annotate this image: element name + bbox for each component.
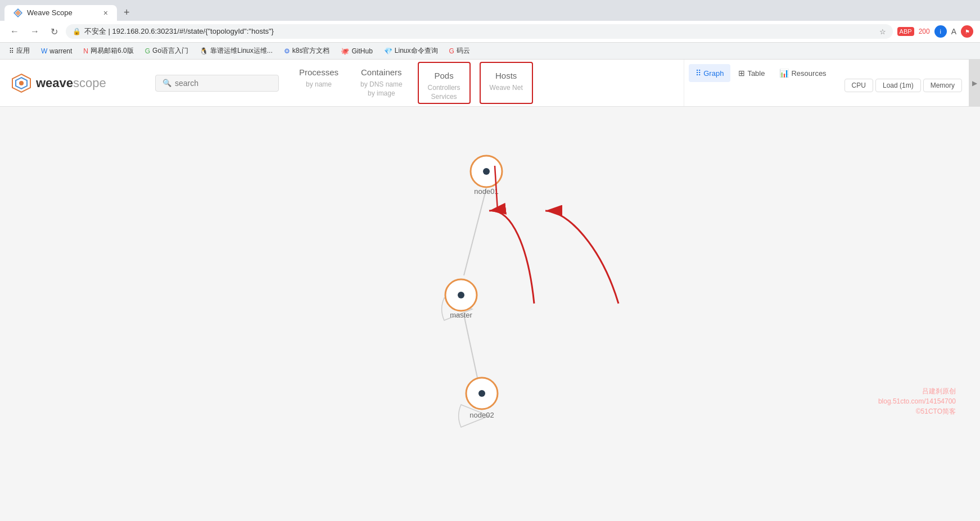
ext-200-btn[interactable]: 200 (916, 25, 932, 38)
nav-pods[interactable]: Pods Controllers Services (418, 62, 471, 104)
back-btn[interactable]: ← (7, 25, 22, 38)
active-tab[interactable]: Weave Scope × (4, 5, 117, 21)
svg-point-12 (478, 390, 485, 397)
svg-point-6 (483, 168, 490, 175)
address-bar-row: ← → ↻ 🔒 不安全 | 192.168.20.6:30231/#!/stat… (0, 21, 980, 43)
resources-view-btn[interactable]: 📊 Resources (773, 64, 833, 82)
svg-text:blog.51cto.com/14154700: blog.51cto.com/14154700 (878, 397, 956, 405)
bookmark-warrent[interactable]: W warrent (39, 46, 74, 56)
ext-translate-btn[interactable]: A (949, 25, 959, 38)
containers-sub-dns[interactable]: by DNS name (360, 80, 403, 88)
table-icon: ⊞ (738, 69, 745, 78)
163-icon: N (83, 47, 88, 55)
main-graph-area: node01 master node02 (0, 107, 980, 433)
svg-text:node01: node01 (474, 187, 498, 196)
containers-label: Containers (356, 60, 407, 80)
svg-text:node02: node02 (469, 411, 494, 419)
svg-line-3 (464, 188, 486, 275)
chevron-right-icon: ▶ (972, 79, 977, 87)
new-tab-btn[interactable]: + (119, 4, 134, 21)
logo-weave: weave (36, 76, 73, 90)
linux-ops-icon: 🐧 (200, 47, 208, 55)
forward-btn[interactable]: → (27, 25, 43, 38)
processes-sub-byname[interactable]: by name (306, 80, 332, 88)
github-icon: 🐙 (341, 47, 349, 55)
bookmark-linux-cmd-label: Linux命令查询 (395, 46, 438, 56)
logo-text: weavescope (36, 76, 106, 90)
bookmark-163-label: 网易邮箱6.0版 (91, 46, 134, 56)
bookmark-go[interactable]: G Go语言入门 (143, 45, 191, 57)
graph-label: Graph (703, 69, 724, 78)
bookmark-linux-cmd[interactable]: 💎 Linux命令查询 (382, 45, 440, 57)
bookmark-apps-label: 应用 (16, 46, 30, 56)
bookmark-163[interactable]: N 网易邮箱6.0版 (81, 45, 136, 57)
graph-icon: ⠿ (696, 69, 701, 78)
k8s-icon: ⚙ (284, 47, 290, 55)
bookmark-linux-ops[interactable]: 🐧 靠谱运维Linux运维... (197, 45, 275, 57)
processes-label: Processes (295, 60, 343, 80)
bookmark-github[interactable]: 🐙 GitHub (338, 46, 374, 56)
top-nav: weavescope 🔍 Processes by name Container… (0, 60, 980, 107)
bookmark-github-label: GitHub (351, 47, 372, 55)
resources-label: Resources (791, 69, 826, 78)
bookmark-gitee[interactable]: G 码云 (447, 45, 472, 57)
gitee-icon: G (449, 47, 454, 55)
search-input[interactable] (175, 79, 265, 88)
go-icon: G (145, 47, 150, 55)
app-content: weavescope 🔍 Processes by name Container… (0, 60, 980, 433)
pods-sub-services[interactable]: Services (431, 93, 457, 101)
logo-area: weavescope (0, 60, 146, 106)
tab-bar: Weave Scope × + (0, 0, 980, 21)
pods-subs: Controllers Services (428, 84, 460, 101)
sidebar-toggle-btn[interactable]: ▶ (969, 60, 980, 106)
nav-processes[interactable]: Processes by name (288, 60, 350, 106)
ext-btn2[interactable]: i (934, 25, 947, 38)
nav-hosts[interactable]: Hosts Weave Net (480, 62, 533, 104)
view-mode-buttons: ⠿ Graph ⊞ Table 📊 Resources (684, 60, 837, 106)
bookmark-star-icon[interactable]: ☆ (879, 28, 886, 36)
weave-logo-icon (11, 73, 31, 93)
apps-icon: ⠿ (9, 47, 14, 55)
tab-close-btn[interactable]: × (103, 8, 108, 17)
table-view-btn[interactable]: ⊞ Table (731, 64, 771, 82)
warrent-icon: W (41, 47, 47, 55)
bookmark-k8s[interactable]: ⚙ k8s官方文档 (282, 45, 332, 57)
bookmark-k8s-label: k8s官方文档 (292, 46, 330, 56)
bookmark-gitee-label: 码云 (457, 46, 470, 56)
ext-abp-btn[interactable]: ABP (897, 27, 914, 36)
search-box[interactable]: 🔍 (155, 75, 279, 92)
graph-svg: node01 master node02 (0, 107, 980, 433)
svg-point-9 (458, 292, 464, 298)
search-icon: 🔍 (162, 79, 171, 87)
address-box[interactable]: 🔒 不安全 | 192.168.20.6:30231/#!/state/{"to… (66, 24, 893, 39)
linux-cmd-icon: 💎 (384, 47, 392, 55)
bookmark-warrent-label: warrent (49, 47, 72, 55)
graph-view-btn[interactable]: ⠿ Graph (689, 64, 730, 82)
logo-scope: scope (73, 76, 106, 90)
load-filter-btn[interactable]: Load (1m) (875, 79, 921, 92)
pods-sub-controllers[interactable]: Controllers (428, 84, 460, 92)
svg-text:©51CTO简客: ©51CTO简客 (916, 407, 956, 415)
profile-btn[interactable]: ⚑ (961, 25, 973, 38)
hosts-label: Hosts (491, 65, 521, 84)
containers-subs: by DNS name by image (360, 80, 403, 97)
bookmarks-bar: ⠿ 应用 W warrent N 网易邮箱6.0版 G Go语言入门 🐧 靠谱运… (0, 43, 980, 60)
browser-actions: ABP 200 i A ⚑ (897, 25, 973, 38)
cpu-filter-btn[interactable]: CPU (844, 79, 873, 92)
nav-sections: Processes by name Containers by DNS name… (288, 60, 684, 106)
bookmark-apps[interactable]: ⠿ 应用 (7, 45, 32, 57)
resources-icon: 📊 (779, 69, 789, 78)
url-display: 不安全 | 192.168.20.6:30231/#!/state/{"topo… (84, 26, 876, 37)
refresh-btn[interactable]: ↻ (47, 25, 61, 38)
nav-containers[interactable]: Containers by DNS name by image (350, 60, 413, 106)
containers-sub-image[interactable]: by image (368, 89, 395, 97)
tab-favicon (13, 8, 22, 17)
bookmark-linux-ops-label: 靠谱运维Linux运维... (210, 46, 273, 56)
svg-text:master: master (450, 311, 472, 319)
svg-text:吕建刹原创: 吕建刹原创 (922, 387, 956, 395)
pods-label: Pods (430, 65, 458, 84)
memory-filter-btn[interactable]: Memory (923, 79, 962, 92)
resource-filters: CPU Load (1m) Memory (838, 60, 969, 106)
hosts-subs: Weave Net (490, 84, 523, 92)
hosts-sub-weavenet[interactable]: Weave Net (490, 84, 523, 92)
